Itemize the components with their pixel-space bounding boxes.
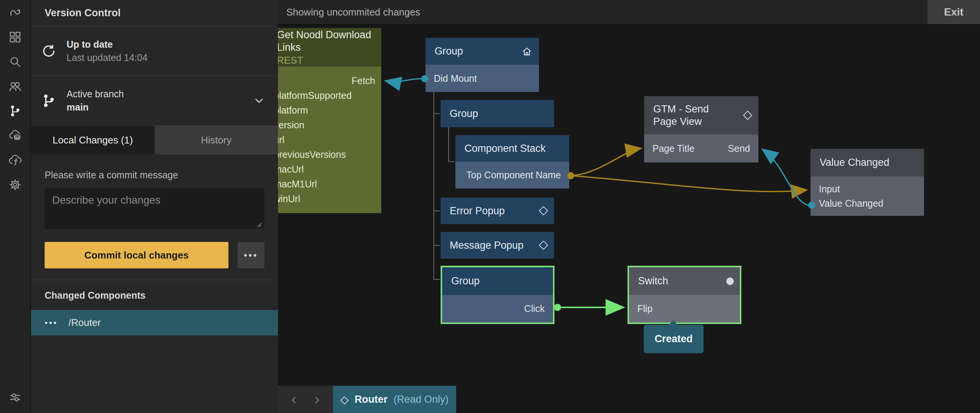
port-row: Value Changed: [811, 196, 924, 210]
git-branch-icon: [31, 93, 67, 108]
node-group-click[interactable]: GroupClick: [441, 266, 555, 324]
node-switch[interactable]: SwitchFlip: [627, 266, 741, 324]
node-header[interactable]: Group: [442, 267, 553, 295]
rail-item-cloud-functions-icon[interactable]: [0, 148, 30, 172]
commit-message-input[interactable]: [45, 188, 264, 229]
rail-item-sliders-icon[interactable]: [0, 384, 30, 409]
chevron-down-icon[interactable]: [252, 94, 266, 109]
port-flip[interactable]: Flip: [637, 303, 652, 314]
node-group-main[interactable]: GroupDid Mount: [425, 38, 539, 92]
port-send[interactable]: Send: [728, 143, 750, 154]
commit-more-options-button[interactable]: •••: [237, 242, 264, 268]
commit-local-changes-button[interactable]: Commit local changes: [45, 242, 229, 268]
port-row: platform: [268, 103, 381, 118]
port-row: Top Component Name: [455, 162, 569, 188]
node-value-changed[interactable]: Value ChangedInputValue Changed: [811, 149, 924, 216]
top-status-bar: Showing uncommited changes Exit: [278, 0, 980, 25]
node-header[interactable]: Group: [441, 100, 554, 127]
node-component-stack[interactable]: Component StackTop Component Name: [455, 135, 569, 188]
home-icon: [521, 45, 533, 57]
nav-forward-icon[interactable]: ›: [314, 392, 320, 407]
refresh-icon[interactable]: [31, 43, 67, 59]
port-row: previousVersions: [268, 147, 381, 162]
commit-message-label: Please write a commit message: [45, 170, 264, 180]
rail-item-search-icon[interactable]: [0, 49, 30, 74]
sync-status-row[interactable]: Up to date Last updated 14:04: [31, 27, 278, 76]
port-page-title[interactable]: Page Title: [652, 143, 694, 154]
port-fetch[interactable]: Fetch: [352, 75, 375, 86]
node-error-popup[interactable]: Error Popup◇: [441, 198, 554, 224]
node-ports: Click: [442, 295, 553, 322]
node-gtm-send-page-view[interactable]: GTM - Send Page View◇Page TitleSend: [644, 96, 758, 163]
bottom-navigation-bar: ‹ › ◇ Router (Read Only): [278, 386, 456, 413]
node-title: Group: [434, 45, 530, 57]
node-header[interactable]: GTM - Send Page View◇: [644, 96, 758, 134]
history-nav-group: ‹ ›: [278, 386, 333, 413]
node-message-popup[interactable]: Message Popup◇: [441, 232, 554, 258]
node-subtitle: REST: [277, 54, 372, 66]
node-ports: FetchplatformSupportedplatformversionurl…: [268, 67, 381, 213]
component-diamond-icon: ◇: [340, 393, 349, 406]
node-group-2[interactable]: Group: [441, 100, 554, 127]
branch-name: main: [67, 102, 124, 113]
port-macm1url[interactable]: macM1Url: [274, 179, 317, 190]
port-input[interactable]: Input: [819, 183, 840, 195]
sidebar-icon-rail: [0, 0, 31, 413]
node-header[interactable]: Message Popup◇: [441, 232, 554, 258]
diamond-icon: ◇: [539, 210, 548, 212]
tab-history[interactable]: History: [155, 126, 278, 155]
rail-item-users-icon[interactable]: [0, 74, 30, 99]
port-did-mount[interactable]: Did Mount: [434, 73, 477, 84]
node-ports: Flip: [629, 295, 740, 322]
rail-item-git-branch-icon[interactable]: [0, 99, 30, 123]
node-ports: InputValue Changed: [811, 176, 924, 216]
read-only-badge: (Read Only): [394, 394, 449, 405]
port-platform[interactable]: platform: [274, 105, 308, 116]
panel-header: Version Control: [31, 0, 278, 27]
rail-item-grid-icon[interactable]: [0, 25, 30, 49]
changed-components-section: Changed Components •••/Router: [31, 280, 278, 335]
node-title: GTM - Send Page View: [653, 103, 749, 128]
active-branch-row[interactable]: Active branch main: [31, 76, 278, 126]
node-title: Value Changed: [819, 156, 915, 169]
rail-item-noodl-logo-icon[interactable]: [0, 0, 30, 25]
node-ports: Top Component Name: [455, 162, 569, 188]
port-previousversions[interactable]: previousVersions: [274, 149, 346, 160]
exit-button[interactable]: Exit: [928, 0, 980, 24]
tab-local-changes-1[interactable]: Local Changes (1): [31, 126, 155, 155]
port-row: Fetch: [268, 73, 381, 88]
node-header[interactable]: Value Changed: [811, 149, 924, 176]
changed-component-row-router[interactable]: •••/Router: [31, 310, 278, 335]
port-row: macUrl: [268, 162, 381, 177]
rail-item-cloud-data-icon[interactable]: [0, 123, 30, 148]
node-title: Switch: [638, 275, 731, 287]
port-row: platformSupported: [268, 88, 381, 103]
nav-back-icon[interactable]: ‹: [291, 392, 297, 407]
node-title: Get Noodl Download Links: [277, 29, 372, 54]
port-row: Flip: [629, 295, 740, 322]
node-rest[interactable]: Get Noodl Download LinksRESTFetchplatfor…: [268, 28, 381, 213]
row-more-icon[interactable]: •••: [45, 318, 58, 328]
port-row: Page TitleSend: [644, 134, 758, 163]
noodl-version-control-window: Get Noodl Download LinksRESTFetchplatfor…: [0, 0, 980, 413]
port-top-component-name[interactable]: Top Component Name: [466, 170, 561, 180]
port-version[interactable]: version: [274, 120, 304, 131]
node-title: Group: [450, 107, 545, 120]
port-platformsupported[interactable]: platformSupported: [274, 90, 352, 101]
node-header[interactable]: Switch: [629, 267, 740, 295]
component-tab-router[interactable]: ◇ Router (Read Only): [333, 386, 456, 413]
panel-title: Version Control: [45, 7, 121, 19]
port-click[interactable]: Click: [524, 303, 545, 314]
node-title: Error Popup: [450, 205, 545, 217]
port-row: version: [268, 118, 381, 132]
node-header[interactable]: Group: [425, 38, 539, 65]
rail-item-settings-gear-icon[interactable]: [0, 172, 30, 197]
node-header[interactable]: Get Noodl Download LinksREST: [268, 28, 381, 67]
sync-subtitle: Last updated 14:04: [67, 52, 148, 63]
node-header[interactable]: Error Popup◇: [441, 198, 554, 224]
port-macurl[interactable]: macUrl: [274, 164, 304, 175]
node-header[interactable]: Component Stack: [455, 135, 569, 162]
version-control-panel: Version Control Up to date Last updated …: [31, 0, 278, 413]
port-value-changed[interactable]: Value Changed: [819, 198, 883, 209]
sync-title: Up to date: [67, 39, 148, 50]
